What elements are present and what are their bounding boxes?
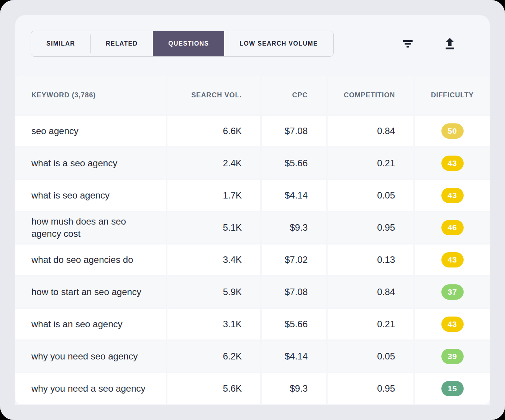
cpc-cell: $7.02 (262, 244, 326, 275)
difficulty-cell: 46 (415, 212, 490, 243)
cpc-cell: $4.14 (262, 341, 326, 372)
difficulty-badge: 37 (441, 284, 464, 300)
keyword-cell[interactable]: what is a seo agency (15, 148, 166, 179)
keyword-cell[interactable]: what is an seo agency (15, 309, 166, 340)
difficulty-cell: 39 (415, 341, 490, 372)
search-vol-cell: 5.6K (167, 373, 260, 404)
filter-icon[interactable] (400, 36, 415, 51)
keyword-cell[interactable]: what do seo agencies do (15, 244, 166, 275)
keyword-cell[interactable]: how to start an seo agency (15, 277, 166, 307)
column-header-keyword[interactable]: KEYWORD (3,786) (15, 76, 166, 114)
search-vol-cell: 5.9K (167, 277, 260, 307)
difficulty-cell: 50 (415, 116, 490, 146)
difficulty-badge: 39 (441, 349, 464, 364)
keyword-cell[interactable]: seo agency (15, 116, 166, 146)
difficulty-badge: 43 (441, 317, 464, 332)
upload-icon[interactable] (442, 36, 457, 51)
toolbar: SIMILAR RELATED QUESTIONS LOW SEARCH VOL… (31, 31, 474, 57)
competition-cell: 0.95 (328, 373, 413, 404)
cpc-cell: $7.08 (262, 277, 326, 307)
competition-cell: 0.84 (328, 116, 413, 146)
column-header-search-vol[interactable]: SEARCH VOL. (167, 76, 260, 114)
competition-cell: 0.21 (328, 148, 413, 179)
difficulty-cell: 37 (415, 277, 490, 307)
app-window: SIMILAR RELATED QUESTIONS LOW SEARCH VOL… (0, 0, 505, 420)
difficulty-cell: 43 (415, 180, 490, 211)
competition-cell: 0.84 (328, 277, 413, 307)
cpc-cell: $4.14 (262, 180, 326, 211)
column-header-difficulty[interactable]: DIFFICULTY (415, 76, 490, 114)
difficulty-badge: 15 (441, 381, 464, 396)
difficulty-badge: 43 (441, 156, 464, 171)
keywords-table: KEYWORD (3,786) SEARCH VOL. CPC COMPETIT… (15, 76, 490, 404)
competition-cell: 0.13 (328, 244, 413, 275)
search-vol-cell: 1.7K (167, 180, 260, 211)
difficulty-badge: 46 (441, 220, 464, 235)
difficulty-cell: 43 (415, 244, 490, 275)
keyword-cell[interactable]: why you need seo agency (15, 341, 166, 372)
cpc-cell: $5.66 (262, 148, 326, 179)
keywords-panel: SIMILAR RELATED QUESTIONS LOW SEARCH VOL… (15, 15, 490, 405)
competition-cell: 0.05 (328, 180, 413, 211)
cpc-cell: $7.08 (262, 116, 326, 146)
difficulty-cell: 15 (415, 373, 490, 404)
difficulty-badge: 43 (441, 252, 464, 267)
tab-bar: SIMILAR RELATED QUESTIONS LOW SEARCH VOL… (31, 31, 334, 57)
cpc-cell: $9.3 (262, 373, 326, 404)
search-vol-cell: 2.4K (167, 148, 260, 179)
column-header-cpc[interactable]: CPC (262, 76, 326, 114)
competition-cell: 0.21 (328, 309, 413, 340)
competition-cell: 0.95 (328, 212, 413, 243)
search-vol-cell: 3.4K (167, 244, 260, 275)
difficulty-cell: 43 (415, 309, 490, 340)
tab-low-search-volume[interactable]: LOW SEARCH VOLUME (224, 31, 333, 56)
keyword-cell[interactable]: why you need a seo agency (15, 373, 166, 404)
column-header-competition[interactable]: COMPETITION (328, 76, 413, 114)
tab-similar[interactable]: SIMILAR (31, 31, 90, 56)
difficulty-badge: 43 (441, 188, 464, 203)
search-vol-cell: 3.1K (167, 309, 260, 340)
competition-cell: 0.05 (328, 341, 413, 372)
difficulty-cell: 43 (415, 148, 490, 179)
difficulty-badge: 50 (441, 123, 464, 139)
keyword-cell[interactable]: what is seo agency (15, 180, 166, 211)
cpc-cell: $5.66 (262, 309, 326, 340)
cpc-cell: $9.3 (262, 212, 326, 243)
tab-questions[interactable]: QUESTIONS (153, 31, 224, 56)
search-vol-cell: 6.2K (167, 341, 260, 372)
keyword-cell[interactable]: how mush does an seo agency cost (15, 212, 166, 243)
search-vol-cell: 6.6K (167, 116, 260, 146)
tab-related[interactable]: RELATED (90, 31, 153, 56)
search-vol-cell: 5.1K (167, 212, 260, 243)
